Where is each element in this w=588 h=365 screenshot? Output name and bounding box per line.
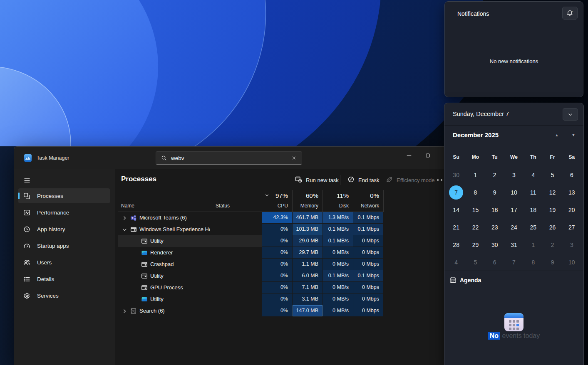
table-row[interactable]: Utility0%3.1 MB0 MB/s0 Mbps [118,293,384,305]
calendar-day[interactable]: 20 [562,201,581,219]
day-number: 11 [526,185,540,200]
window-icon [130,226,137,233]
minimize-button[interactable] [399,147,418,164]
calendar-month-row: December 2025 ▲ ▼ [444,128,583,142]
table-row[interactable]: Utility0%6.0 MB0.1 MB/s0.1 Mbps [118,270,384,282]
process-cpu-cell: 0% [262,305,293,317]
process-name-cell: Renderer [118,247,212,259]
process-cpu-cell: 0% [262,235,293,247]
sidebar-item-performance[interactable]: Performance [18,205,110,220]
table-row[interactable]: Windows Shell Experience Hos...0%101.3 M… [118,224,384,235]
process-memory-cell: 461.7 MB [293,212,323,224]
notifications-panel: Notifications z No new notifications [444,1,583,97]
teams-icon: T [130,215,137,221]
maximize-button[interactable] [418,147,437,164]
end-task-label: End task [358,177,380,183]
chevron-down-icon[interactable] [122,227,127,232]
calendar-day[interactable]: 7 [504,254,523,271]
calendar-day[interactable]: 15 [466,201,485,219]
calendar-day[interactable]: 18 [523,201,543,219]
calendar-day[interactable]: 31 [504,236,523,254]
calendar-day-selected[interactable]: 7 [447,184,466,201]
table-row[interactable]: Renderer0%29.7 MB0 MB/s0 Mbps [118,247,384,259]
calendar-day[interactable]: 2 [485,166,504,184]
column-header-network[interactable]: 0% Network [353,190,384,212]
table-row[interactable]: TMicrosoft Teams (6)42.3%461.7 MB1.3 MB/… [118,212,384,224]
end-task-button[interactable]: End task [343,173,384,187]
run-new-task-button[interactable]: Run new task [291,173,343,187]
column-header-status[interactable]: Status [212,190,262,212]
calendar-day[interactable]: 4 [447,254,466,271]
sidebar-item-app-history[interactable]: App history [18,222,110,237]
column-header-cpu[interactable]: 97% CPU [262,190,293,212]
titlebar[interactable]: Task Manager [14,147,463,169]
process-name-cell: Search (6) [118,305,212,317]
calendar-day[interactable]: 23 [485,219,504,236]
process-memory-cell: 29.0 MB [293,235,323,247]
calendar-collapse-button[interactable] [563,108,578,121]
sidebar-item-details[interactable]: Details [18,271,110,286]
calendar-day[interactable]: 3 [562,236,581,254]
main-content: Processes Run new task End task Efficien… [114,169,463,365]
agenda-header[interactable]: Agenda [444,274,583,286]
calendar-day[interactable]: 14 [447,201,466,219]
calendar-day[interactable]: 9 [543,254,562,271]
calendar-day[interactable]: 2 [543,236,562,254]
table-row[interactable]: GPU Process0%7.1 MB0 MB/s0 Mbps [118,282,384,293]
day-number: 21 [449,220,463,234]
startup-apps-icon [23,242,30,249]
column-header-memory[interactable]: 60% Memory [293,190,323,212]
calendar-day[interactable]: 26 [543,219,562,236]
calendar-day[interactable]: 28 [447,236,466,254]
calendar-day[interactable]: 3 [504,166,523,184]
search-clear-button[interactable] [288,153,300,163]
calendar-day[interactable]: 1 [466,166,485,184]
sidebar-item-users[interactable]: Users [18,255,110,270]
calendar-day[interactable]: 8 [523,254,543,271]
calendar-day[interactable]: 11 [523,184,543,201]
chevron-right-icon[interactable] [122,308,127,313]
calendar-day[interactable]: 16 [485,201,504,219]
cpu-column-label: CPU [278,203,288,209]
calendar-day[interactable]: 17 [504,201,523,219]
process-disk-cell: 1.3 MB/s [323,212,353,224]
calendar-day[interactable]: 4 [523,166,543,184]
table-row[interactable]: Crashpad0%1.1 MB0 MB/s0 Mbps [118,259,384,270]
sidebar-item-processes[interactable]: Processes [18,188,110,203]
sidebar-item-startup-apps[interactable]: Startup apps [18,238,110,253]
calendar-day[interactable]: 6 [562,166,581,184]
calendar-day[interactable]: 30 [447,166,466,184]
sidebar-item-services[interactable]: Services [18,288,110,303]
calendar-day[interactable]: 6 [485,254,504,271]
calendar-day[interactable]: 24 [504,219,523,236]
calendar-day[interactable]: 29 [466,236,485,254]
chevron-right-icon[interactable] [122,215,127,220]
column-header-disk[interactable]: 11% Disk [323,190,353,212]
do-not-disturb-button[interactable]: z [562,7,578,20]
calendar-day[interactable]: 27 [562,219,581,236]
menu-toggle-button[interactable] [20,174,34,187]
calendar-day[interactable]: 21 [447,219,466,236]
calendar-next-month-button[interactable]: ▼ [568,131,578,140]
calendar-day[interactable]: 8 [466,184,485,201]
calendar-day[interactable]: 19 [543,201,562,219]
search-input[interactable] [171,155,288,161]
calendar-day[interactable]: 9 [485,184,504,201]
calendar-day[interactable]: 25 [523,219,543,236]
table-row[interactable]: Utility0%29.0 MB0.1 MB/s0 Mbps [118,235,384,247]
calendar-day[interactable]: 30 [485,236,504,254]
process-network-cell: 0 Mbps [353,305,384,317]
calendar-day[interactable]: 12 [543,184,562,201]
calendar-day[interactable]: 1 [523,236,543,254]
calendar-day[interactable]: 13 [562,184,581,201]
column-header-name[interactable]: Name [118,190,212,212]
calendar-day[interactable]: 10 [562,254,581,271]
calendar-day[interactable]: 10 [504,184,523,201]
calendar-day[interactable]: 5 [466,254,485,271]
search-box[interactable] [156,151,302,165]
table-row[interactable]: Search (6)0%147.0 MB0 MB/s0 Mbps [118,305,384,317]
process-network-cell: 0 Mbps [353,247,384,259]
calendar-day[interactable]: 22 [466,219,485,236]
calendar-prev-month-button[interactable]: ▲ [552,131,562,140]
calendar-day[interactable]: 5 [543,166,562,184]
